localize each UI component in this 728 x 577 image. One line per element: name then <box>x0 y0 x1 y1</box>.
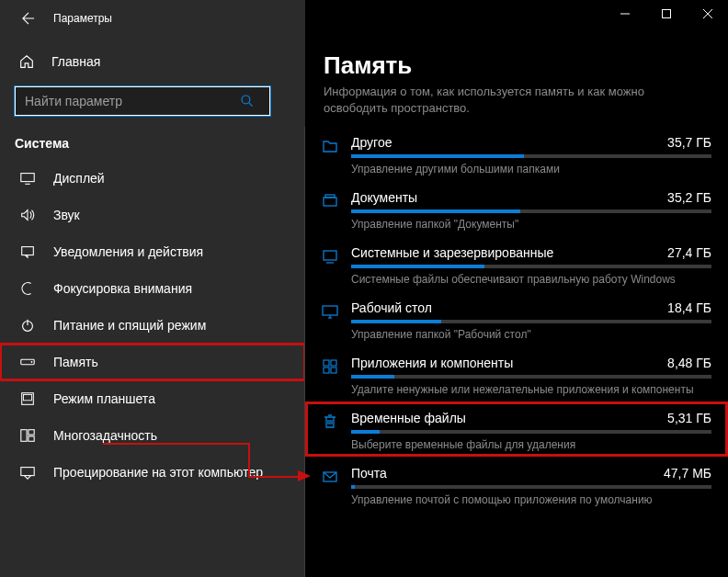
sidebar-item-sound[interactable]: Звук <box>0 197 305 233</box>
sidebar-home-label: Главная <box>51 54 100 69</box>
focus-icon <box>18 280 37 297</box>
svg-rect-2 <box>21 174 34 182</box>
category-name: Временные файлы <box>351 411 466 425</box>
sidebar-item-label: Дисплей <box>53 171 105 186</box>
svg-point-8 <box>31 361 33 363</box>
category-size: 27,4 ГБ <box>667 245 711 260</box>
svg-rect-10 <box>24 395 32 401</box>
svg-line-1 <box>249 103 253 107</box>
category-size: 47,7 МБ <box>664 466 711 481</box>
titlebar: Параметры <box>0 0 305 37</box>
sidebar-item-display[interactable]: Дисплей <box>0 160 305 197</box>
storage-icon <box>18 354 37 370</box>
system-icon <box>318 245 342 286</box>
svg-rect-27 <box>331 360 336 366</box>
storage-category-other[interactable]: Другое35,7 ГБ Управление другими большим… <box>305 126 728 181</box>
sound-icon <box>18 207 37 223</box>
sidebar-item-focus[interactable]: Фокусировка внимания <box>0 270 305 307</box>
minimize-button[interactable] <box>604 0 645 28</box>
sidebar-item-label: Питание и спящий режим <box>53 318 206 333</box>
search-input[interactable] <box>16 94 240 108</box>
sidebar-item-label: Проецирование на этот компьютер <box>53 465 263 480</box>
sidebar-item-tablet[interactable]: Режим планшета <box>0 380 305 417</box>
svg-rect-16 <box>662 10 670 18</box>
sidebar: Параметры Главная Система Дисплей Звук У… <box>0 0 305 577</box>
category-name: Рабочий стол <box>351 300 432 315</box>
close-button[interactable] <box>687 0 728 28</box>
maximize-button[interactable] <box>645 0 687 28</box>
svg-rect-28 <box>324 368 329 373</box>
search-icon <box>240 94 269 108</box>
category-size: 5,31 ГБ <box>667 411 711 425</box>
content-pane: Память Информация о том, как используетс… <box>305 0 728 577</box>
category-size: 18,4 ГБ <box>667 300 711 315</box>
svg-rect-13 <box>28 436 34 441</box>
sidebar-item-label: Фокусировка внимания <box>53 281 192 296</box>
category-desc: Управление другими большими папками <box>351 163 711 175</box>
storage-category-system[interactable]: Системные и зарезервированные27,4 ГБ Сис… <box>305 236 728 291</box>
back-button[interactable] <box>22 12 40 25</box>
svg-rect-19 <box>324 198 336 206</box>
category-name: Документы <box>351 190 417 205</box>
multitask-icon <box>18 427 37 444</box>
category-name: Системные и зарезервированные <box>351 245 553 260</box>
search-box[interactable] <box>15 86 270 116</box>
svg-rect-14 <box>21 468 34 476</box>
sidebar-item-multitask[interactable]: Многозадачность <box>0 417 305 454</box>
sidebar-item-label: Уведомления и действия <box>53 244 203 259</box>
window-controls <box>604 0 728 28</box>
svg-rect-20 <box>325 195 335 198</box>
category-desc: Управление почтой с помощью приложения п… <box>351 493 711 506</box>
category-desc: Системные файлы обеспечивают правильную … <box>351 273 711 286</box>
svg-point-0 <box>242 96 250 104</box>
sidebar-item-storage[interactable]: Память <box>0 344 305 380</box>
home-icon <box>18 53 37 70</box>
folder-icon <box>318 135 342 175</box>
power-icon <box>18 317 37 334</box>
category-name: Почта <box>351 466 387 481</box>
projecting-icon <box>18 464 37 481</box>
annotation-arrow <box>248 476 300 478</box>
usage-bar <box>351 265 711 268</box>
usage-bar <box>351 320 711 323</box>
trash-icon <box>318 411 342 451</box>
sidebar-item-label: Многозадачность <box>53 428 157 443</box>
svg-rect-11 <box>21 430 27 442</box>
category-size: 8,48 ГБ <box>667 356 711 370</box>
svg-rect-12 <box>28 430 34 435</box>
category-desc: Управление папкой "Документы" <box>351 218 711 231</box>
storage-category-desktop[interactable]: Рабочий стол18,4 ГБ Управление папкой "Р… <box>305 291 728 346</box>
sidebar-home[interactable]: Главная <box>0 46 305 77</box>
storage-category-mail[interactable]: Почта47,7 МБ Управление почтой с помощью… <box>305 457 728 512</box>
category-name: Приложения и компоненты <box>351 356 513 370</box>
sidebar-item-label: Память <box>53 355 98 369</box>
sidebar-item-notifications[interactable]: Уведомления и действия <box>0 233 305 270</box>
svg-rect-4 <box>22 247 34 255</box>
usage-bar <box>351 154 711 158</box>
sidebar-item-projecting[interactable]: Проецирование на этот компьютер <box>0 454 305 491</box>
sidebar-item-power[interactable]: Питание и спящий режим <box>0 307 305 344</box>
sidebar-item-label: Звук <box>53 208 80 222</box>
tablet-icon <box>18 390 37 407</box>
storage-category-apps[interactable]: Приложения и компоненты8,48 ГБ Удалите н… <box>305 346 728 402</box>
category-name: Другое <box>351 135 392 150</box>
storage-category-documents[interactable]: Документы35,2 ГБ Управление папкой "Доку… <box>305 181 728 236</box>
desktop-icon <box>318 300 342 341</box>
usage-bar <box>351 375 711 379</box>
mail-icon <box>318 466 342 506</box>
notifications-icon <box>18 243 37 260</box>
documents-icon <box>318 190 342 231</box>
svg-rect-23 <box>323 306 337 315</box>
annotation-arrow <box>103 443 250 445</box>
usage-bar <box>351 209 711 213</box>
svg-rect-29 <box>331 368 336 373</box>
annotation-arrow <box>248 443 250 476</box>
category-desc: Управление папкой "Рабочий стол" <box>351 328 711 341</box>
usage-bar <box>351 485 711 489</box>
category-desc: Удалите ненужные или нежелательные прило… <box>351 383 711 396</box>
category-size: 35,2 ГБ <box>667 190 711 205</box>
storage-category-temp[interactable]: Временные файлы5,31 ГБ Выберите временны… <box>305 402 728 457</box>
page-intro: Информация о том, как используется памят… <box>305 80 728 126</box>
display-icon <box>18 170 37 187</box>
category-size: 35,7 ГБ <box>667 135 711 150</box>
